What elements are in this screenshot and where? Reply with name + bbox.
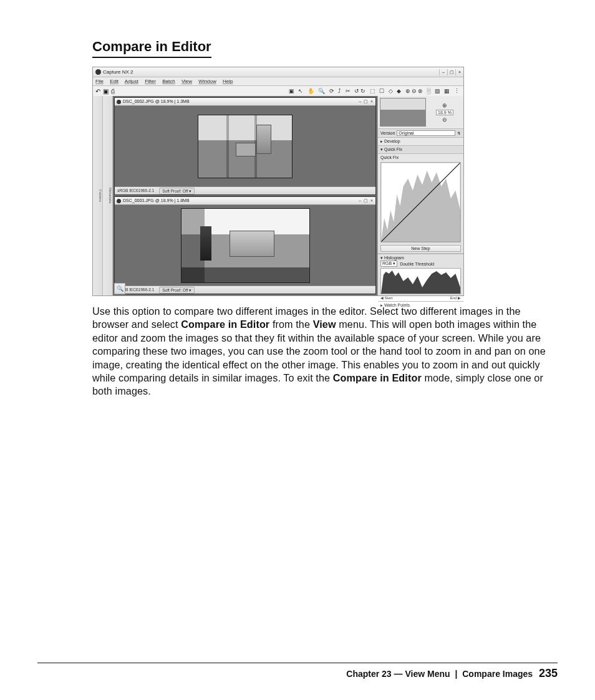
- image1-titlebar[interactable]: DSC_0002.JPG @ 18.9% | 1.3MB – ▢ ×: [115, 98, 375, 106]
- page-number: 235: [539, 667, 558, 679]
- app-title: Capture NX 2: [103, 67, 133, 77]
- histogram-channel-select[interactable]: RGB ▾: [380, 261, 397, 267]
- save-icon[interactable]: ▣: [103, 86, 109, 97]
- zoom-corner-icon[interactable]: 🔍: [114, 283, 125, 294]
- image1-canvas[interactable]: [115, 106, 375, 186]
- version-row[interactable]: Version Original ↯: [378, 128, 463, 137]
- menu-adjust[interactable]: Adjust: [125, 79, 138, 84]
- zoom-out-icon[interactable]: ⊖: [442, 117, 447, 123]
- menu-view[interactable]: View: [181, 79, 192, 84]
- menu-window[interactable]: Window: [198, 79, 216, 84]
- section-heading: Compare in Editor: [92, 39, 211, 58]
- editor-area: DSC_0002.JPG @ 18.9% | 1.3MB – ▢ × sRGB …: [113, 96, 377, 295]
- window-controls[interactable]: – ▢ ×: [439, 69, 463, 75]
- image2-photo: [181, 208, 310, 283]
- menu-bar[interactable]: File Edit Adjust Filter Batch View Windo…: [93, 77, 463, 86]
- left-tab-folders[interactable]: Folders: [93, 96, 103, 295]
- develop-section[interactable]: ▸ Develop: [378, 137, 463, 145]
- right-panel: ⊕ 18.9 % ⊖ Version Original ↯ ▸ Develop …: [377, 96, 463, 295]
- quickfix-sub: Quick Fix: [378, 153, 463, 161]
- quickfix-header[interactable]: ▾ Quick Fix: [378, 145, 463, 153]
- maximize-icon[interactable]: ▢: [447, 69, 455, 75]
- zoom-in-icon[interactable]: ⊕: [442, 102, 447, 108]
- image2-title: DSC_0003.JPG @ 18.9% | 1.8MB: [123, 197, 190, 204]
- menu-help[interactable]: Help: [223, 79, 233, 84]
- image1-profile: sRGB IEC61966-2.1: [117, 187, 154, 194]
- workspace: Folders Metadata DSC_0002.JPG @ 18.9% | …: [93, 96, 463, 295]
- page-footer: Chapter 23 — View Menu | Compare Images …: [37, 663, 558, 680]
- menu-edit[interactable]: Edit: [110, 79, 119, 84]
- new-step-button[interactable]: New Step: [380, 245, 461, 252]
- toolbar-right[interactable]: ▣ ↖ ✋ 🔍 ⟳ ⤴ ✂ ↺↻ ⬚ ☐ ◇ ◆ ⊕⊖⊗ ░ ▧ ▦ ⋮: [289, 86, 461, 97]
- zoom-value[interactable]: 18.9 %: [436, 110, 453, 115]
- histogram-title[interactable]: ▾ Histogram: [380, 256, 461, 261]
- window-titlebar: Capture NX 2 – ▢ ×: [93, 67, 463, 77]
- print-icon[interactable]: ⎙: [111, 86, 115, 97]
- birds-eye-thumb[interactable]: [380, 98, 426, 127]
- footer-chapter: Chapter 23 — View Menu: [346, 669, 450, 679]
- curves-panel[interactable]: [380, 162, 461, 242]
- left-tab-metadata[interactable]: Metadata: [103, 96, 113, 295]
- image2-window-controls[interactable]: – ▢ ×: [359, 197, 374, 204]
- image2-softproof[interactable]: Soft Proof: Off ▾: [159, 287, 195, 294]
- curves-graph: [381, 163, 460, 242]
- image2-statusbar: sRGB IEC61966-2.1 Soft Proof: Off ▾: [115, 285, 375, 294]
- body-paragraph: Use this option to compare two different…: [92, 305, 558, 398]
- image2-canvas[interactable]: [115, 205, 375, 285]
- histogram-panel: ▾ Histogram RGB ▾ Double Threshold ◀ Sta…: [378, 253, 463, 301]
- open-icon[interactable]: ↶: [95, 86, 100, 97]
- birds-eye-panel: ⊕ 18.9 % ⊖: [380, 98, 462, 127]
- toolbar-left[interactable]: ↶ ▣ ⎙: [95, 86, 115, 97]
- double-threshold-label[interactable]: Double Threshold: [400, 262, 434, 266]
- histogram-graph[interactable]: [380, 268, 461, 294]
- zoom-control[interactable]: ⊕ 18.9 % ⊖: [428, 98, 462, 127]
- menu-filter[interactable]: Filter: [145, 79, 156, 84]
- image-window-2: DSC_0003.JPG @ 18.9% | 1.8MB – ▢ × sRGB …: [114, 196, 376, 294]
- version-select[interactable]: Original: [397, 130, 455, 136]
- image1-statusbar: sRGB IEC61966-2.1 Soft Proof: Off ▾: [115, 186, 375, 194]
- histogram-slider[interactable]: ◀ Start End ▶: [380, 295, 461, 300]
- close-icon[interactable]: ×: [455, 69, 463, 75]
- app-screenshot: Capture NX 2 – ▢ × File Edit Adjust Filt…: [92, 67, 464, 296]
- image-window-1: DSC_0002.JPG @ 18.9% | 1.3MB – ▢ × sRGB …: [114, 97, 376, 195]
- menu-batch[interactable]: Batch: [162, 79, 175, 84]
- app-logo-icon: [95, 69, 101, 75]
- menu-file[interactable]: File: [95, 79, 104, 84]
- image1-photo: [198, 115, 293, 178]
- image1-softproof[interactable]: Soft Proof: Off ▾: [159, 188, 195, 194]
- image1-window-controls[interactable]: – ▢ ×: [359, 98, 374, 105]
- footer-separator: |: [455, 669, 457, 679]
- watch-points-section[interactable]: ▸ Watch Points: [378, 301, 463, 309]
- image1-title: DSC_0002.JPG @ 18.9% | 1.3MB: [123, 98, 190, 105]
- apply-icon[interactable]: ↯: [457, 131, 461, 136]
- image2-titlebar[interactable]: DSC_0003.JPG @ 18.9% | 1.8MB – ▢ ×: [115, 197, 375, 205]
- doc-icon: [117, 199, 121, 203]
- doc-icon: [117, 100, 121, 104]
- minimize-icon[interactable]: –: [439, 69, 447, 75]
- footer-section: Compare Images: [462, 669, 533, 679]
- version-label: Version: [380, 131, 395, 135]
